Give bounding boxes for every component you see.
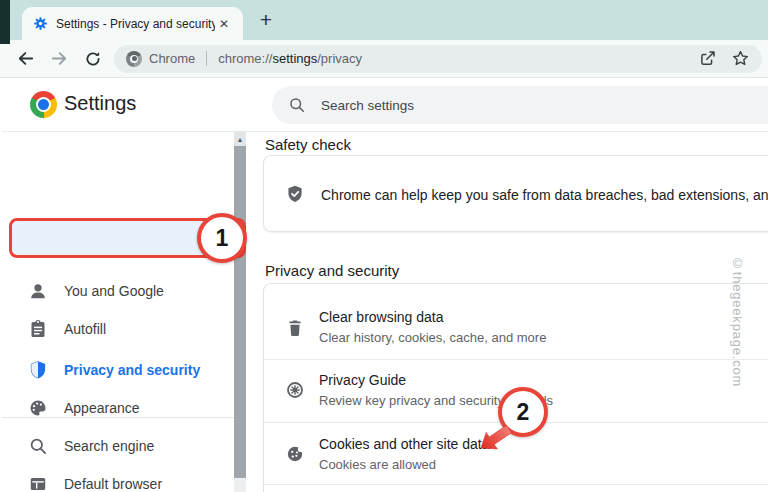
sidebar-item-you-and-google[interactable]: You and Google (2, 272, 234, 310)
clipboard-icon (28, 319, 48, 339)
scrollbar-thumb[interactable] (234, 146, 246, 478)
url-path: /privacy (317, 51, 362, 66)
address-bar[interactable]: Chrome chrome://settings/privacy (114, 45, 762, 73)
tab-strip: Settings - Privacy and security ✕ + (0, 0, 768, 40)
site-label: Chrome (149, 51, 195, 66)
sidebar-item-label: Privacy and security (64, 362, 200, 378)
trash-icon (285, 318, 305, 338)
privacy-section-heading: Privacy and security (265, 262, 399, 279)
privacy-guide-icon (285, 380, 305, 400)
row-title: Privacy Guide (319, 372, 406, 388)
back-icon[interactable] (12, 46, 38, 72)
sidebar-item-privacy-and-security[interactable]: Privacy and security (2, 351, 234, 389)
reload-icon[interactable] (80, 46, 106, 72)
sidebar-item-search-engine[interactable]: Search engine (2, 427, 234, 465)
sidebar-divider (2, 417, 234, 418)
scrollbar-up-icon[interactable]: ▲ (234, 132, 246, 146)
browser-toolbar: Chrome chrome://settings/privacy (0, 40, 768, 78)
settings-gear-icon (33, 16, 48, 31)
browser-window: Settings - Privacy and security ✕ + Chro… (0, 0, 768, 492)
safety-check-text: Chrome can help keep you safe from data … (321, 187, 768, 203)
new-tab-button[interactable]: + (252, 6, 280, 34)
row-subtitle: Review key privacy and security controls (319, 393, 559, 408)
settings-content: Safety check Chrome can help keep you sa… (247, 132, 768, 492)
settings-header: Settings (2, 78, 768, 132)
tab-title: Settings - Privacy and security (56, 17, 215, 31)
tab-close-icon[interactable]: ✕ (215, 15, 233, 33)
sidebar-item-label: Autofill (64, 321, 106, 337)
share-icon[interactable] (698, 49, 717, 68)
browser-window-icon (28, 474, 48, 492)
selected-item-highlight (12, 221, 236, 256)
row-divider (264, 484, 768, 485)
sidebar-item-label: Appearance (64, 400, 140, 416)
sidebar-item-label: Default browser (64, 476, 162, 492)
watermark: ©thegeekpage.com (730, 256, 745, 387)
window-corner (0, 0, 10, 44)
sidebar-item-appearance[interactable]: Appearance (2, 389, 234, 427)
content-scrollbar[interactable]: ▲ (234, 132, 246, 492)
row-divider (264, 422, 768, 423)
search-icon (288, 96, 306, 114)
url-text: chrome://settings/privacy (218, 51, 362, 66)
chrome-logo-icon (30, 91, 57, 118)
settings-search[interactable] (272, 86, 768, 124)
cookie-icon (285, 444, 305, 464)
shield-icon (28, 360, 48, 380)
sidebar-item-default-browser[interactable]: Default browser (2, 465, 234, 492)
sidebar-item-label: Search engine (64, 438, 154, 454)
omnibox-divider (206, 51, 207, 66)
chrome-logo-gray-icon (126, 51, 142, 67)
person-icon (28, 281, 48, 301)
settings-sidebar: You and Google Autofill Privacy and secu… (2, 132, 234, 492)
sidebar-item-label: You and Google (64, 283, 164, 299)
row-divider (264, 359, 768, 360)
safety-check-heading: Safety check (265, 136, 351, 153)
site-chip: Chrome (126, 51, 195, 67)
search-engine-icon (28, 436, 48, 456)
row-subtitle: Cookies are allowed (319, 457, 436, 472)
sidebar-item-autofill[interactable]: Autofill (2, 310, 234, 348)
tab-settings[interactable]: Settings - Privacy and security ✕ (22, 7, 243, 40)
row-title: Clear browsing data (319, 309, 444, 325)
palette-icon (28, 398, 48, 418)
page-title: Settings (64, 92, 136, 115)
row-subtitle: Clear history, cookies, cache, and more (319, 330, 546, 345)
shield-check-icon (285, 184, 305, 204)
row-title: Cookies and other site data (319, 436, 489, 452)
bookmark-star-icon[interactable] (731, 49, 750, 68)
url-scheme: chrome:// (218, 51, 272, 66)
privacy-card: Clear browsing data Clear history, cooki… (263, 283, 768, 492)
search-input[interactable] (321, 98, 621, 113)
safety-check-card[interactable]: Chrome can help keep you safe from data … (263, 155, 768, 232)
forward-icon[interactable] (46, 46, 72, 72)
url-host: settings (272, 51, 317, 66)
